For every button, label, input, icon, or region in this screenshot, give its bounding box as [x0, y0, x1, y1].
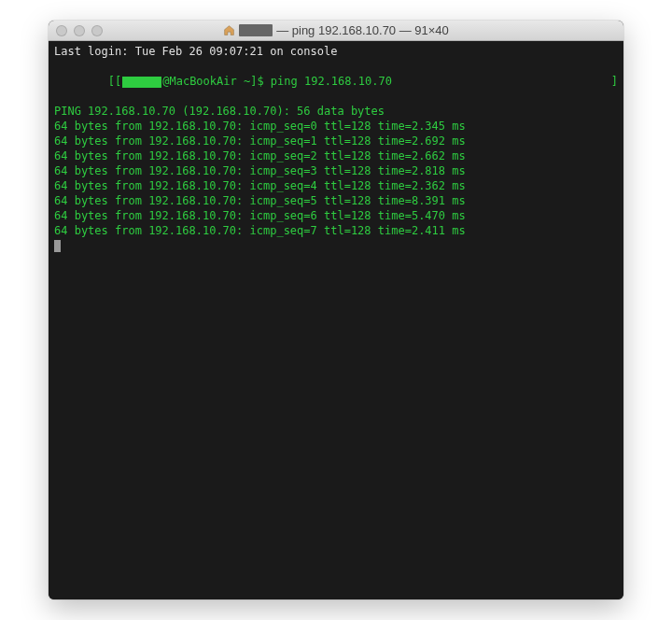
ping-reply: 64 bytes from 192.168.10.70: icmp_seq=3 …	[54, 163, 618, 178]
redacted-user	[239, 24, 273, 36]
titlebar[interactable]: — ping 192.168.10.70 — 91×40	[49, 21, 623, 41]
zoom-button[interactable]	[91, 25, 103, 36]
ping-header: PING 192.168.10.70 (192.168.10.70): 56 d…	[54, 104, 618, 119]
command-text: ping 192.168.10.70	[271, 75, 392, 88]
prompt-line: [[@MacBookAir ~]$ ping 192.168.10.70 ]	[54, 59, 618, 104]
home-icon	[223, 24, 235, 36]
title-text: — ping 192.168.10.70 — 91×40	[276, 23, 449, 37]
terminal-body[interactable]: Last login: Tue Feb 26 09:07:21 on conso…	[49, 41, 623, 599]
prompt-close: ]	[611, 74, 618, 89]
ping-reply: 64 bytes from 192.168.10.70: icmp_seq=5 …	[54, 193, 618, 208]
last-login-line: Last login: Tue Feb 26 09:07:21 on conso…	[54, 44, 618, 59]
ping-reply: 64 bytes from 192.168.10.70: icmp_seq=4 …	[54, 178, 618, 193]
prompt-open: [[	[108, 75, 121, 88]
redacted-username	[122, 77, 161, 88]
ping-reply: 64 bytes from 192.168.10.70: icmp_seq=0 …	[54, 119, 618, 134]
ping-reply: 64 bytes from 192.168.10.70: icmp_seq=6 …	[54, 208, 618, 223]
cursor	[54, 240, 61, 252]
traffic-lights	[56, 25, 103, 36]
ping-reply: 64 bytes from 192.168.10.70: icmp_seq=1 …	[54, 134, 618, 148]
terminal-window: — ping 192.168.10.70 — 91×40 Last login:…	[49, 21, 623, 599]
window-title: — ping 192.168.10.70 — 91×40	[49, 23, 623, 37]
cursor-line	[54, 238, 618, 253]
minimize-button[interactable]	[74, 25, 85, 36]
ping-reply: 64 bytes from 192.168.10.70: icmp_seq=7 …	[54, 223, 618, 238]
close-button[interactable]	[56, 25, 67, 36]
prompt-host: @MacBookAir ~]$	[162, 75, 271, 88]
ping-reply: 64 bytes from 192.168.10.70: icmp_seq=2 …	[54, 148, 618, 163]
